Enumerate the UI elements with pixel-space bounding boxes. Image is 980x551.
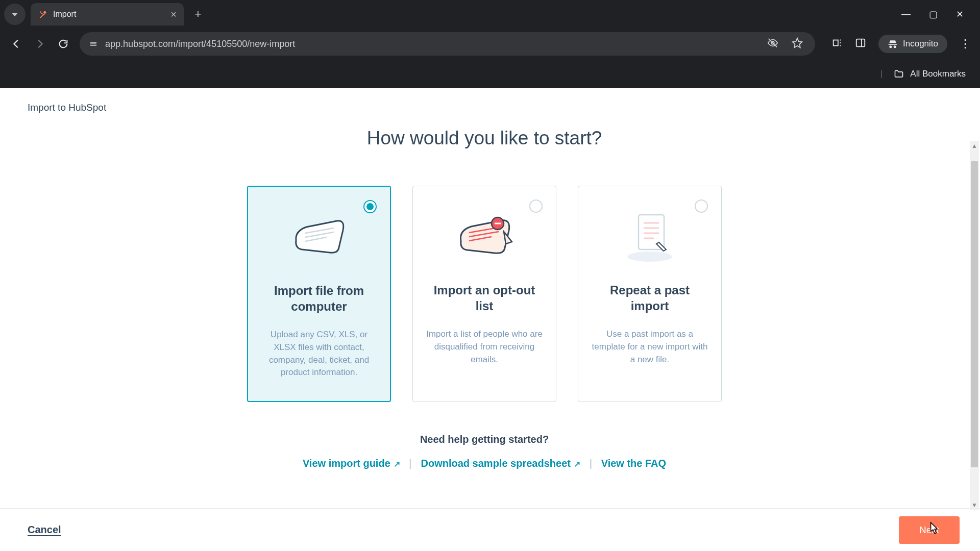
site-settings-icon[interactable] [89,39,98,48]
incognito-indicator[interactable]: Incognito [878,35,947,53]
separator-icon: | [589,458,592,469]
help-heading: Need help getting started? [0,434,969,445]
link-label: View the FAQ [601,458,666,469]
wizard-footer: Cancel Next [0,508,980,551]
toolbar-right-cluster: Incognito ⋮ [824,35,971,53]
file-illustration-icon [260,203,378,269]
minimize-button[interactable]: — [901,9,911,20]
new-tab-button[interactable]: + [189,5,207,23]
svg-point-7 [627,252,672,262]
browser-chrome: Import × + — ▢ ✕ app.hubspot.com/import/… [0,0,980,88]
media-control-icon[interactable] [831,37,843,51]
tab-search-button[interactable] [4,4,26,25]
card-description: Upload any CSV, XLS, or XLSX files with … [260,329,378,379]
external-link-icon: ↗ [394,460,400,468]
close-tab-icon[interactable]: × [170,9,177,20]
tab-title: Import [53,10,170,19]
folder-icon [894,69,904,79]
next-button[interactable]: Next [899,516,960,544]
help-section: Need help getting started? View import g… [0,434,969,469]
download-sample-link[interactable]: Download sample spreadsheet↗ [421,458,580,469]
incognito-icon [888,39,898,49]
tab-strip: Import × + — ▢ ✕ [0,0,980,29]
option-card-import-file[interactable]: Import file from computer Upload any CSV… [247,186,391,402]
bookmarks-bar: | All Bookmarks [0,59,980,88]
option-card-repeat-import[interactable]: Repeat a past import Use a past import a… [578,186,722,402]
incognito-label: Incognito [903,39,938,49]
chevron-down-icon [12,13,18,16]
bookmark-star-icon[interactable] [792,37,803,51]
view-faq-link[interactable]: View the FAQ [601,458,666,469]
external-link-icon: ↗ [574,460,580,468]
svg-rect-5 [856,39,865,47]
reload-button[interactable] [56,37,70,51]
option-cards-row: Import file from computer Upload any CSV… [0,186,969,402]
breadcrumb: Import to HubSpot [0,88,980,113]
svg-rect-4 [834,40,838,46]
side-panel-icon[interactable] [855,37,866,51]
divider-icon: | [880,69,883,79]
toolbar-row: app.hubspot.com/import/45105500/new-impo… [0,29,980,59]
browser-tab-active[interactable]: Import × [31,3,184,26]
radio-indicator[interactable] [695,199,708,213]
svg-point-0 [43,11,46,14]
forward-button[interactable] [33,37,47,51]
card-title: Import an opt-out list [425,282,544,314]
cancel-button[interactable]: Cancel [28,524,61,536]
maximize-button[interactable]: ▢ [929,9,938,20]
address-bar[interactable]: app.hubspot.com/import/45105500/new-impo… [80,32,815,56]
kebab-menu-icon[interactable]: ⋮ [960,37,971,51]
svg-point-2 [40,11,41,13]
repeat-illustration-icon [591,203,709,269]
window-controls: — ▢ ✕ [901,9,976,20]
vertical-scrollbar[interactable]: ▲ ▼ [970,141,979,510]
scroll-up-arrow-icon[interactable]: ▲ [970,141,979,151]
help-links-row: View import guide↗ | Download sample spr… [0,458,969,469]
all-bookmarks-link[interactable]: All Bookmarks [910,69,966,79]
main-content: How would you like to start? Import file… [0,113,980,508]
radio-indicator[interactable] [363,200,377,213]
back-button[interactable] [9,37,23,51]
link-label: Download sample spreadsheet [421,458,571,469]
optout-illustration-icon [425,203,544,269]
view-import-guide-link[interactable]: View import guide↗ [303,458,400,469]
scroll-thumb[interactable] [971,161,978,467]
card-description: Use a past import as a template for a ne… [591,328,709,366]
radio-indicator[interactable] [529,199,543,213]
scroll-down-arrow-icon[interactable]: ▼ [970,500,979,510]
separator-icon: | [409,458,412,469]
svg-point-1 [40,17,41,18]
page-title: How would you like to start? [0,128,969,149]
close-window-button[interactable]: ✕ [956,9,964,20]
url-text: app.hubspot.com/import/45105500/new-impo… [105,39,295,49]
eye-off-icon[interactable] [767,37,778,51]
card-title: Import file from computer [260,283,378,314]
card-description: Import a list of people who are disquali… [425,328,544,366]
card-title: Repeat a past import [591,282,709,314]
hubspot-favicon [38,9,48,19]
page-viewport: Import to HubSpot How would you like to … [0,88,980,551]
link-label: View import guide [303,458,390,469]
option-card-optout-list[interactable]: Import an opt-out list Import a list of … [412,186,556,402]
